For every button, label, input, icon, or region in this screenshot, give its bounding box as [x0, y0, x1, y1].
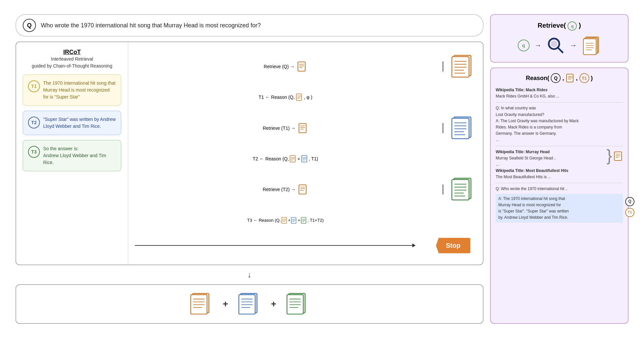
ircot-title: IRCoT — [23, 49, 121, 56]
t2-content: "Super Star" was written by Andrew Lloyd… — [43, 116, 116, 130]
middle-section: IRCoT Interleaved Retrievalguided by Cha… — [15, 42, 483, 265]
wiki2-title: Wikipedia Title: Murray Head — [496, 149, 604, 155]
doc-icon-r2a — [289, 155, 297, 163]
svg-rect-15 — [299, 124, 306, 133]
qa1-text: Q: In what country wasLost Gravity manuf… — [496, 105, 623, 137]
retrieve-t2-label: Retrieve (T2) → — [263, 187, 296, 192]
t1-label: T1 — [28, 80, 40, 92]
plus-1: + — [223, 299, 228, 309]
svg-rect-89 — [614, 152, 622, 160]
doc-large-orange — [451, 53, 475, 80]
wiki1-text: Mack Rides GmbH & Co KG, also ... — [496, 93, 623, 99]
highlight-q-badge: Q — [625, 197, 634, 206]
t1-box: T1 The 1970 international hit song that … — [23, 74, 121, 106]
flow-panel: Retrieve (Q) → — [128, 42, 483, 265]
flow-row-retrieve-t1: Retrieve (T1) → — [135, 115, 476, 141]
doc-icon-r3c — [301, 217, 307, 224]
t2-box: T2 "Super Star" was written by Andrew Ll… — [23, 111, 121, 135]
ellipsis2: ... — [496, 161, 604, 168]
reason-t2-label-start: T2 ← Reason (Q, — [253, 156, 289, 161]
bottom-doc-orange — [190, 292, 213, 317]
reason-t3-label-start: T3 ← Reason (Q, — [247, 218, 281, 223]
t3-label: T3 — [28, 146, 40, 158]
doc-icon-r2b — [301, 155, 308, 163]
qa2-highlighted: A: The 1970 international hit song thatM… — [496, 194, 623, 223]
question-bar: Q Who wrote the 1970 international hit s… — [15, 14, 483, 37]
doc-stack-icon — [582, 36, 601, 55]
wiki2-group: Wikipedia Title: Murray Head Murray Seaf… — [496, 149, 623, 181]
bottom-doc-green — [286, 292, 309, 317]
ircot-subtitle: Interleaved Retrievalguided by Chain-of-… — [23, 56, 121, 70]
flow-row-retrieve-q: Retrieve (Q) → — [135, 53, 476, 80]
retrieve-box: Retrieve( q ) q → → — [490, 14, 629, 63]
bottom-doc-blue — [238, 292, 261, 317]
down-arrow: ↓ — [15, 270, 483, 279]
retrieve-flow: q → → — [497, 36, 621, 55]
question-q-circle: Q — [23, 19, 36, 32]
flow-row-reason-t1: T1 ← Reason (Q, , φ ) — [135, 92, 476, 102]
retrieve-flow-q: q — [518, 40, 530, 51]
flow-row-reason-t2: T2 ← Reason (Q, + — [135, 154, 476, 164]
doc-icon-small-t1 — [298, 123, 308, 133]
wiki3-text: The Most Beautifullest Hits is ... — [496, 174, 604, 180]
doc-icon-reason-t1 — [296, 93, 303, 101]
svg-point-76 — [551, 41, 557, 47]
doc-icon-small-t2 — [298, 184, 308, 195]
reason-title-t1: T1 — [579, 73, 589, 83]
reason-content: Wikipedia Title: Mack Rides Mack Rides G… — [496, 87, 623, 223]
stop-badge: Stop — [436, 238, 470, 253]
doc-icon-small — [297, 61, 307, 72]
t2-label: T2 — [28, 117, 40, 128]
brace-symbol: } — [606, 147, 612, 164]
flow-row-retrieve-t2: Retrieve (T2) → — [135, 176, 476, 203]
retrieve-flow-arrow1: → — [535, 41, 542, 50]
qa2-q: Q: Who wrote the 1970 international hit … — [496, 186, 623, 192]
wiki2-text: Murray Seafield St George Head .. — [496, 155, 604, 161]
doc-icon-r3a — [281, 217, 288, 224]
flow-row-stop: Stop — [135, 238, 476, 253]
reason-t3-label-end: , T1+T2) — [307, 218, 324, 223]
question-text: Who wrote the 1970 international hit son… — [41, 22, 261, 29]
reason-t2-label-end: , T1) — [309, 156, 318, 161]
t3-box: T3 So the answer is:Andrew Lloyd Webber … — [23, 140, 121, 171]
svg-line-77 — [558, 47, 563, 52]
left-panel: Q Who wrote the 1970 international hit s… — [15, 14, 483, 324]
reason-box: Reason( Q , , T1 ) Wikipedia Title: Mack… — [490, 68, 629, 324]
retrieve-flow-arrow2: → — [570, 41, 577, 50]
retrieve-t1-label: Retrieve (T1) → — [263, 126, 296, 131]
svg-rect-34 — [299, 185, 306, 194]
t1-content: The 1970 international hit song that Mur… — [43, 80, 116, 100]
brace-doc-group: } — [606, 149, 623, 164]
ircot-panel: IRCoT Interleaved Retrievalguided by Cha… — [16, 42, 128, 265]
reason-t1-phi: , φ ) — [304, 95, 312, 100]
doc-large-green — [451, 176, 475, 203]
svg-rect-80 — [583, 39, 596, 55]
doc-large-blue — [451, 115, 475, 141]
plus-2: + — [271, 299, 276, 309]
svg-rect-0 — [298, 62, 305, 71]
flow-row-reason-t3: T3 ← Reason (Q, + — [135, 215, 476, 225]
reason-title-q: Q — [551, 73, 561, 83]
ellipsis1: ... — [496, 137, 623, 143]
highlight-labels: Q T1 — [625, 197, 634, 217]
reason-title-doc — [566, 73, 574, 83]
right-panel: Retrieve( q ) q → → — [490, 14, 629, 324]
wiki1-title: Wikipedia Title: Mack Rides — [496, 87, 623, 93]
highlight-t1-badge: T1 — [625, 208, 634, 217]
brace-doc-icon — [614, 151, 623, 161]
t3-content: So the answer is:Andrew Lloyd Webber and… — [43, 145, 116, 166]
bottom-docs-bar: + + — [15, 284, 483, 324]
retrieve-q-circle: q — [568, 21, 577, 31]
reason-title: Reason( Q , , T1 ) — [496, 73, 623, 83]
magnifier-icon — [547, 37, 565, 55]
wiki3-title: Wikipedia Title: Most Beautifullest Hits — [496, 168, 604, 174]
doc-icon-r3b — [291, 217, 297, 224]
retrieve-q-label: Retrieve (Q) → — [264, 64, 295, 69]
svg-rect-85 — [567, 74, 573, 82]
retrieve-title: Retrieve( q ) — [497, 21, 621, 31]
reason-t1-label: T1 ← Reason (Q, — [258, 95, 295, 100]
